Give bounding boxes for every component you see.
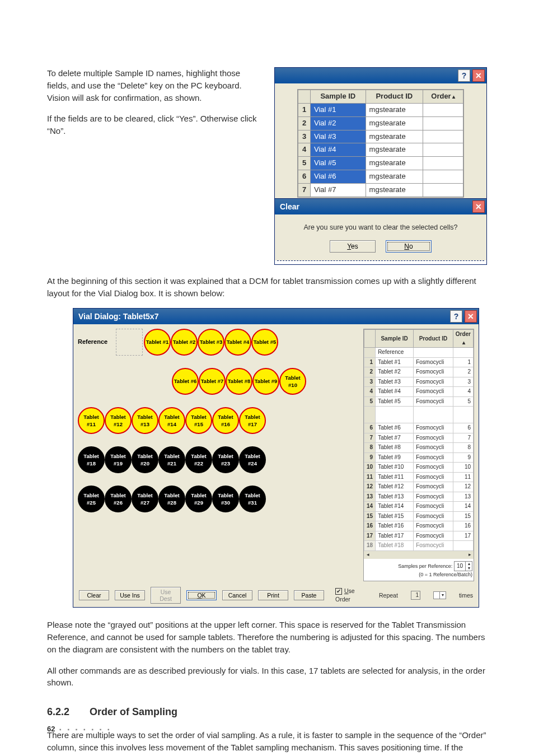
tablet-well[interactable]: Tablet #23 [212, 446, 239, 473]
tablet-well[interactable]: Tablet #28 [158, 486, 185, 512]
tablet-well[interactable]: Tablet #21 [158, 446, 185, 473]
body-paragraph: At the beginning of this section it was … [47, 275, 487, 300]
col-order[interactable]: Order▴ [423, 90, 463, 104]
table-row[interactable]: 7Vial #7mgstearate [298, 183, 463, 197]
table-row[interactable]: 7Tablet #7Fosmocycli7 [364, 433, 474, 443]
tablet-well[interactable]: Tablet #18 [78, 446, 105, 473]
cancel-button[interactable]: Cancel [222, 590, 252, 600]
tablet-well[interactable]: Tablet #3 [198, 329, 224, 356]
use-order-checkbox[interactable]: ✔Use Order [335, 587, 364, 604]
tablet-well[interactable]: Tablet #15 [185, 407, 212, 434]
tablet-well[interactable]: Tablet #2 [171, 329, 198, 356]
tablet-well[interactable]: Tablet #7 [199, 368, 226, 395]
table-row[interactable]: 9Tablet #9Fosmocycli9 [364, 452, 474, 463]
reference-row[interactable]: Reference [364, 348, 474, 358]
help-icon[interactable]: ? [450, 310, 462, 323]
tablet-well[interactable]: Tablet #10 [279, 368, 306, 395]
clear-button[interactable]: Clear [79, 590, 109, 600]
tablet-well[interactable]: Tablet #5 [251, 329, 278, 356]
close-icon[interactable]: ✕ [465, 310, 477, 323]
tablet-well[interactable]: Tablet #12 [105, 407, 132, 434]
yes-button[interactable]: Yes [330, 240, 376, 253]
tablet-well[interactable]: Tablet #30 [212, 486, 239, 512]
page-footer: 62 ▪ ▪ ▪ ▪ ▪ ▪ ▪ [47, 725, 112, 733]
tablet-well[interactable]: Tablet #6 [172, 368, 199, 395]
tablet-well[interactable]: Tablet #11 [78, 407, 105, 434]
repeat-field[interactable]: 1 [411, 591, 420, 600]
samples-per-reference-sublabel: (0 = 1 Reference/Batch) [419, 572, 472, 577]
body-paragraph: There are multiple ways to set the order… [47, 729, 487, 756]
table-row[interactable]: 6Tablet #6Fosmocycli6 [364, 423, 474, 433]
table-row[interactable]: 10Tablet #10Fosmocycli10 [364, 463, 474, 473]
tablet-well[interactable]: Tablet #8 [226, 368, 252, 395]
print-button[interactable]: Print [258, 590, 288, 600]
sort-asc-icon: ▴ [462, 339, 465, 347]
table-row[interactable]: 8Tablet #8Fosmocycli8 [364, 443, 474, 453]
close-icon[interactable]: ✕ [472, 200, 485, 213]
sample-grid[interactable]: Sample ID Product ID Order▴ Reference 1T… [363, 329, 474, 581]
col-product-id[interactable]: Product ID [414, 330, 453, 348]
tablet-well[interactable]: Tablet #17 [239, 407, 266, 434]
repeat-label: Repeat [379, 591, 398, 600]
help-icon[interactable]: ? [458, 69, 470, 82]
col-order[interactable]: Order▴ [453, 330, 473, 348]
scroll-left-icon[interactable]: ◂ [364, 551, 372, 558]
tablet-well[interactable]: Tablet #19 [105, 446, 132, 473]
table-row[interactable]: 5Vial #5mgstearate [298, 157, 463, 170]
table-row[interactable]: 3Tablet #3Fosmocycli3 [364, 377, 474, 387]
tablet-well[interactable]: Tablet #25 [78, 486, 105, 512]
table-row[interactable]: 6Vial #6mgstearate [298, 170, 463, 184]
table-row[interactable]: 2Tablet #2Fosmocycli2 [364, 367, 474, 377]
table-row[interactable]: 3Vial #3mgstearate [298, 130, 463, 143]
table-row[interactable]: 1Tablet #1Fosmocycli1 [364, 357, 474, 367]
samples-per-reference-stepper[interactable]: 10 ▴▾ [454, 561, 472, 571]
table-row[interactable]: 5Tablet #5Fosmocycli5 [364, 396, 474, 407]
tablet-well[interactable]: Tablet #20 [132, 446, 158, 473]
tablet-well[interactable]: Tablet #29 [185, 486, 212, 512]
sample-grid[interactable]: Sample ID Product ID Order▴ 1Vial #1mgst… [297, 89, 464, 198]
table-row[interactable]: 17Tablet #17Fosmocycli17 [364, 531, 474, 541]
ok-button[interactable]: OK [186, 590, 217, 600]
tablet-well[interactable]: Tablet #9 [252, 368, 279, 395]
reference-label: Reference [78, 338, 116, 347]
tablet-well[interactable]: Tablet #22 [185, 446, 212, 473]
tablet-well[interactable]: Tablet #24 [239, 446, 266, 473]
table-row[interactable]: 1Vial #1mgstearate [298, 103, 463, 116]
use-ins-button[interactable]: Use Ins [115, 590, 145, 600]
dialog-message: Are you sure you want to clear the selec… [282, 222, 480, 232]
tablet-well[interactable]: Tablet #27 [132, 486, 158, 512]
tablet-well[interactable]: Tablet #13 [132, 407, 158, 434]
table-row[interactable]: 14Tablet #14Fosmocycli14 [364, 502, 474, 512]
col-product-id[interactable]: Product ID [366, 90, 423, 104]
horizontal-scrollbar[interactable]: ◂ ▸ [364, 551, 474, 559]
tablet-well[interactable]: Tablet #14 [158, 407, 185, 434]
paste-button[interactable]: Paste [294, 590, 324, 600]
repeat-unit-dropdown[interactable]: ▾ [433, 591, 446, 599]
table-row[interactable]: 15Tablet #15Fosmocycli15 [364, 511, 474, 521]
tablet-tray[interactable]: ReferenceTablet #1Tablet #2Tablet #3Tabl… [78, 329, 361, 581]
col-sample-id[interactable]: Sample ID [376, 330, 414, 348]
vial-dialog-window: Vial Dialog: Tablet5x7 ? ✕ ReferenceTabl… [73, 308, 479, 608]
body-paragraph: Please note the “grayed out” positions a… [47, 619, 487, 655]
page-number: 62 [47, 725, 55, 733]
table-row[interactable]: 2Vial #2mgstearate [298, 116, 463, 130]
table-row[interactable]: 16Tablet #16Fosmocycli16 [364, 521, 474, 531]
tablet-well[interactable]: Tablet #4 [224, 329, 251, 356]
table-row[interactable]: 18Tablet #18Fosmocycli [364, 541, 474, 551]
no-button[interactable]: No [386, 240, 432, 253]
table-row[interactable]: 4Vial #4mgstearate [298, 143, 463, 157]
table-row[interactable]: 13Tablet #13Fosmocycli13 [364, 492, 474, 502]
col-sample-id[interactable]: Sample ID [311, 90, 366, 104]
table-row[interactable]: 4Tablet #4Fosmocycli4 [364, 387, 474, 397]
samples-per-reference-label: Samples per Reference: [398, 563, 452, 569]
reference-slot [116, 329, 143, 356]
close-icon[interactable]: ✕ [472, 69, 485, 82]
tablet-well[interactable]: Tablet #26 [105, 486, 132, 512]
tablet-well[interactable]: Tablet #31 [239, 486, 266, 512]
tablet-well[interactable]: Tablet #1 [144, 329, 171, 356]
scroll-right-icon[interactable]: ▸ [466, 551, 474, 558]
table-row[interactable]: 12Tablet #12Fosmocycli12 [364, 482, 474, 492]
tablet-well[interactable]: Tablet #16 [212, 407, 239, 434]
footer-ornament: ▪ ▪ ▪ ▪ ▪ ▪ ▪ [59, 726, 111, 732]
table-row[interactable]: 11Tablet #11Fosmocycli11 [364, 472, 474, 482]
